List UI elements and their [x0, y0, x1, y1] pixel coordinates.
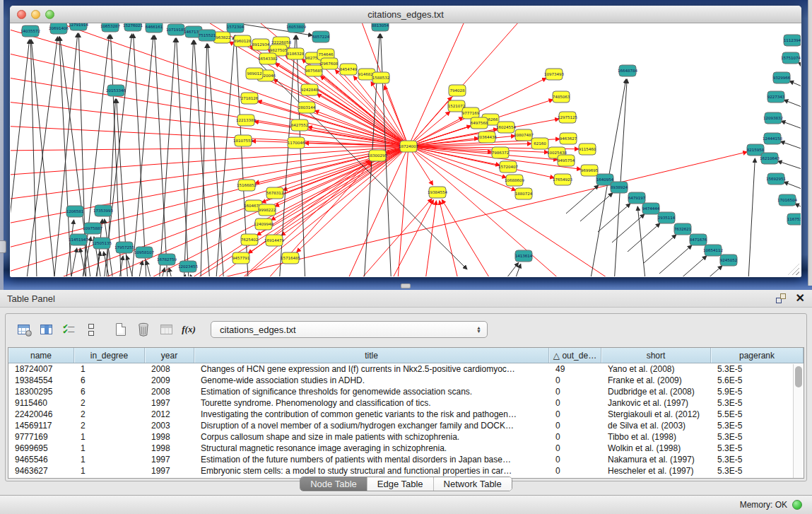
- table-row[interactable]: 1456911722003Disruption of a novel membe…: [8, 420, 804, 431]
- splitter-handle[interactable]: [401, 284, 411, 288]
- citation-graph[interactable]: 1872400718300295193845547963822896012889…: [11, 23, 801, 276]
- vertical-scrollbar[interactable]: [793, 364, 804, 478]
- column-header-pagerank[interactable]: pagerank: [711, 348, 804, 363]
- citation-edge-black[interactable]: [115, 256, 123, 276]
- network-window-titlebar[interactable]: citations_edges.txt: [10, 6, 801, 23]
- float-panel-icon[interactable]: [776, 293, 786, 303]
- citation-edge-black[interactable]: [177, 38, 190, 276]
- citation-edge-black[interactable]: [23, 37, 57, 276]
- graph-node-label: 15166852: [237, 183, 257, 187]
- select-columns-icon[interactable]: [37, 320, 55, 339]
- citation-edge-black[interactable]: [800, 44, 801, 56]
- citation-edge-red[interactable]: [11, 146, 408, 151]
- citation-edge-black[interactable]: [789, 81, 801, 95]
- table-row[interactable]: 2242004622012Investigating the contribut…: [8, 409, 804, 420]
- table-tabs: Node TableEdge TableNetwork Table: [300, 477, 512, 491]
- citation-edge-black[interactable]: [169, 268, 179, 276]
- table-row[interactable]: 969969511998Structural magnetic resonanc…: [8, 443, 804, 454]
- close-panel-icon[interactable]: ✕: [796, 293, 805, 303]
- graph-node-label: 6857224: [312, 35, 330, 39]
- citation-edge-black[interactable]: [146, 261, 158, 276]
- citation-edge-black[interactable]: [784, 100, 801, 115]
- table-cell: Estimation of the future numbers of pati…: [194, 454, 549, 465]
- table-cell: 0: [549, 409, 601, 420]
- column-header-year[interactable]: year: [145, 348, 194, 363]
- rows-icon[interactable]: [82, 320, 100, 339]
- citation-edge-black[interactable]: [613, 79, 627, 276]
- graph-node-label: 12444158: [763, 136, 782, 141]
- column-header-out_de[interactable]: △ out_de…: [549, 348, 601, 363]
- graph-node-label: 9474444: [642, 206, 660, 211]
- table-row[interactable]: 977716911998Corpus callosum shape and si…: [8, 431, 804, 443]
- citation-edge-black[interactable]: [798, 62, 801, 77]
- citation-edge-red[interactable]: [297, 146, 408, 252]
- new-document-icon[interactable]: [112, 320, 130, 339]
- panel-edge-handle[interactable]: [0, 240, 6, 253]
- citation-edge-black[interactable]: [598, 204, 630, 232]
- table-row[interactable]: 1938455462009Genome-wide association stu…: [8, 375, 804, 386]
- citation-edge-black[interactable]: [183, 40, 194, 276]
- graph-node-label: 16210643: [760, 156, 779, 160]
- graph-node-label: 6466161: [146, 25, 163, 29]
- citation-edge-red[interactable]: [422, 201, 436, 276]
- table-cell: 14569117: [8, 420, 74, 431]
- column-header-name[interactable]: name: [8, 348, 74, 363]
- tab-network-table[interactable]: Network Table: [434, 477, 512, 491]
- graph-node-label: 5678312: [266, 191, 284, 195]
- memory-ok-icon[interactable]: [792, 500, 802, 510]
- tab-node-table[interactable]: Node Table: [300, 477, 367, 491]
- table-cell: 18300295: [8, 386, 74, 397]
- graph-node-label: 8960128: [234, 39, 252, 43]
- table-row[interactable]: 946362711997Embryonic stem cells: a mode…: [8, 465, 804, 477]
- table-source-select[interactable]: citations_edges.txt ▲▼: [211, 321, 488, 338]
- citation-edge-red[interactable]: [396, 146, 408, 276]
- citation-edge-black[interactable]: [780, 141, 801, 156]
- column-header-short[interactable]: short: [601, 348, 711, 363]
- table-row[interactable]: 911546021997Tourette syndrome. Phenomeno…: [8, 397, 804, 409]
- citation-edge-black[interactable]: [781, 121, 801, 136]
- network-canvas[interactable]: 1872400718300295193845547963822896012889…: [11, 23, 801, 276]
- citation-edge-black[interactable]: [200, 44, 207, 276]
- citation-edge-black[interactable]: [259, 63, 467, 269]
- table-row[interactable]: 1872400712008Changes of HCN gene express…: [8, 363, 804, 375]
- citation-edge-red[interactable]: [11, 146, 408, 250]
- citation-edge-black[interactable]: [747, 158, 755, 276]
- table-row[interactable]: 946554611997Estimation of the future num…: [8, 454, 804, 465]
- graph-node-label: 8186328: [287, 52, 305, 56]
- graph-node-label: 7485063: [553, 95, 570, 99]
- citation-edge-red[interactable]: [337, 199, 432, 276]
- function-icon[interactable]: f(x): [180, 320, 198, 339]
- citation-edge-red[interactable]: [442, 199, 507, 276]
- citation-edge-black[interactable]: [63, 220, 73, 276]
- table-settings-icon[interactable]: [14, 320, 33, 339]
- scrollbar-thumb[interactable]: [795, 366, 802, 387]
- trash-icon[interactable]: [134, 320, 153, 339]
- checklist-icon[interactable]: ✔—✔—: [59, 320, 78, 339]
- table-cell: 2: [74, 397, 145, 409]
- table-row[interactable]: 1830029562008Estimation of significance …: [8, 386, 804, 397]
- citation-edge-black[interactable]: [628, 223, 660, 252]
- graph-node-label: 12409948: [254, 222, 273, 226]
- citation-edge-black[interactable]: [485, 262, 519, 276]
- column-header-title[interactable]: title: [194, 348, 549, 363]
- table-cell: Wolkin et al. (1998): [601, 443, 711, 454]
- citation-edge-black[interactable]: [105, 99, 115, 276]
- table-cell: 5.3E-5: [711, 454, 804, 465]
- citation-edge-red[interactable]: [11, 23, 408, 146]
- network-window-title: citations_edges.txt: [10, 9, 801, 20]
- graph-node-label: 20364436: [477, 135, 497, 139]
- citation-edge-red[interactable]: [281, 146, 408, 235]
- graph-node-label: 10973493: [544, 72, 564, 76]
- tab-edge-table[interactable]: Edge Table: [367, 477, 434, 491]
- citation-edge-red[interactable]: [440, 201, 464, 276]
- table-cell: Tourette syndrome. Phenomenology and cla…: [194, 397, 549, 409]
- citation-edge-black[interactable]: [659, 245, 692, 274]
- column-header-in_degree[interactable]: in_degree: [74, 348, 145, 363]
- citation-edge-black[interactable]: [11, 40, 30, 276]
- citation-edge-black[interactable]: [674, 256, 707, 276]
- citation-edge-black[interactable]: [129, 35, 153, 276]
- graph-node-label: 1880724: [515, 192, 533, 196]
- citation-edge-black[interactable]: [690, 266, 722, 276]
- table-cell: Disruption of a novel member of a sodium…: [194, 420, 549, 431]
- citation-edge-black[interactable]: [644, 235, 676, 263]
